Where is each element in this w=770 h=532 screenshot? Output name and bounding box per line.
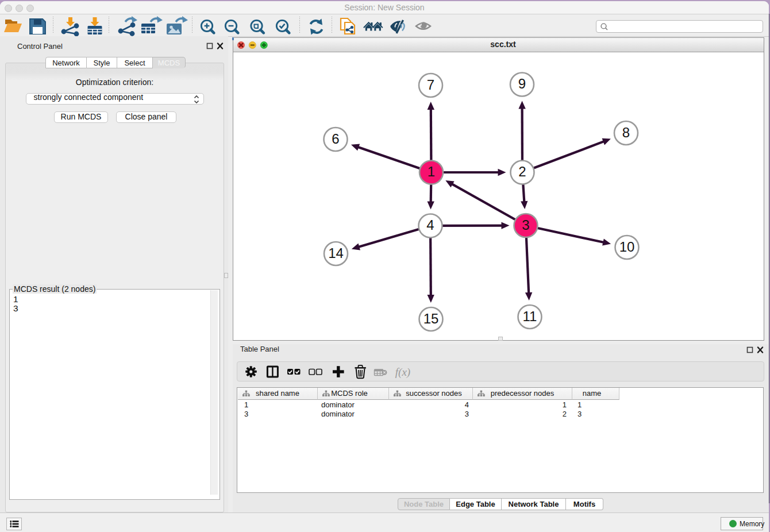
svg-text:7: 7 bbox=[427, 77, 434, 92]
svg-text:8: 8 bbox=[622, 125, 630, 140]
svg-text:f(x): f(x) bbox=[395, 366, 410, 379]
svg-text:4: 4 bbox=[426, 217, 434, 233]
svg-text:3: 3 bbox=[522, 217, 529, 233]
svg-text:6: 6 bbox=[332, 131, 339, 147]
svg-text:9: 9 bbox=[518, 76, 526, 91]
svg-text:14: 14 bbox=[328, 245, 344, 261]
svg-text:2: 2 bbox=[518, 164, 526, 179]
svg-text:10: 10 bbox=[619, 239, 635, 255]
svg-text:15: 15 bbox=[424, 311, 439, 326]
svg-text:11: 11 bbox=[523, 309, 537, 324]
svg-text:1: 1 bbox=[428, 164, 435, 179]
